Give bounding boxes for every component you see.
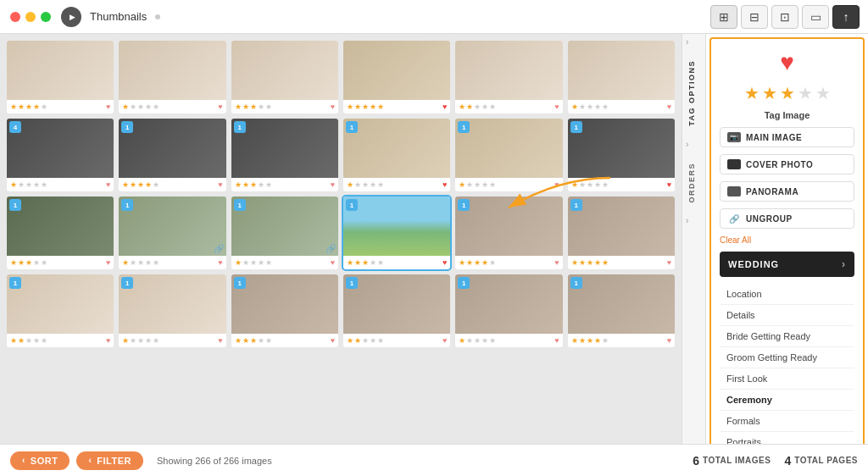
heart-icon[interactable]: ♥ xyxy=(442,102,447,111)
category-item[interactable]: Bride Getting Ready xyxy=(720,326,854,347)
heart-icon[interactable]: ♥ xyxy=(667,258,671,267)
share-button[interactable]: ↑ xyxy=(832,5,860,29)
photo-cell[interactable]: ★★★★★♥ xyxy=(455,41,562,113)
minimize-button[interactable] xyxy=(25,12,36,22)
heart-icon[interactable]: ♥ xyxy=(218,102,222,111)
heart-icon[interactable]: ♥ xyxy=(667,336,671,345)
film-icon xyxy=(727,159,741,169)
photo-cell[interactable]: ★★★★★♥ xyxy=(119,41,225,113)
heart-icon[interactable]: ♥ xyxy=(331,258,335,267)
clear-all-link[interactable]: Clear All xyxy=(720,235,854,245)
photo-cell[interactable]: 1★★★★★♥ xyxy=(455,196,562,269)
heart-icon[interactable]: ♥ xyxy=(442,258,447,267)
single-view-button[interactable]: ▭ xyxy=(802,5,829,29)
ungroup-button[interactable]: UNGROUP xyxy=(720,208,854,229)
photo-cell[interactable]: ★★★★★♥ xyxy=(7,41,114,113)
grid-view-button[interactable]: ⊞ xyxy=(710,5,737,29)
orders-tab[interactable]: ORDERS xyxy=(682,152,705,213)
photo-cell[interactable]: 1★★★★★♥ xyxy=(119,119,225,191)
star-icon: ★ xyxy=(354,258,361,267)
breadcrumb-dot xyxy=(155,14,160,19)
star-icon: ★ xyxy=(130,336,136,345)
photo-cell[interactable]: 1★★★★★♥ xyxy=(568,274,675,347)
photo-cell[interactable]: ★★★★★♥ xyxy=(343,41,450,113)
heart-icon[interactable]: ♥ xyxy=(218,180,222,189)
photo-cell[interactable]: 1★★★★★♥ xyxy=(455,119,562,191)
tag-star-icon[interactable]: ★ xyxy=(744,83,760,103)
wedding-button[interactable]: WEDDING › xyxy=(720,252,854,277)
heart-icon[interactable]: ♥ xyxy=(331,336,335,345)
filmstrip-view-button[interactable]: ⊟ xyxy=(741,5,768,29)
photo-stars: ★★★★★ xyxy=(347,102,384,111)
heart-icon[interactable]: ♥ xyxy=(442,180,447,189)
photo-cell[interactable]: 1★★★★★♥ xyxy=(343,196,450,269)
tag-star-icon[interactable]: ★ xyxy=(798,83,813,103)
category-item[interactable]: Ceremony xyxy=(720,390,854,411)
tag-star-icon[interactable]: ★ xyxy=(762,83,777,103)
heart-icon[interactable]: ♥ xyxy=(554,102,559,111)
heart-icon[interactable]: ♥ xyxy=(554,180,559,189)
heart-icon[interactable]: ♥ xyxy=(106,258,110,267)
photo-cell[interactable]: ★★★★★♥ xyxy=(231,41,338,113)
play-button[interactable] xyxy=(61,7,81,27)
photo-cell[interactable]: 1★★★★★♥ xyxy=(231,274,338,347)
cover-photo-button[interactable]: COVER PHOTO xyxy=(720,154,854,174)
heart-icon[interactable]: ♥ xyxy=(331,180,335,189)
photo-cell[interactable]: 1★★★★★♥ xyxy=(568,119,675,191)
photo-cell[interactable]: 1🔗★★★★★♥ xyxy=(231,196,338,269)
filter-button[interactable]: ‹ FILTER xyxy=(76,451,143,470)
heart-icon[interactable]: ♥ xyxy=(667,180,671,189)
category-item[interactable]: Location xyxy=(720,284,854,305)
photo-cell[interactable]: 1★★★★★♥ xyxy=(7,274,114,347)
heart-icon[interactable]: ♥ xyxy=(554,336,559,345)
photo-cell[interactable]: ★★★★★♥ xyxy=(568,41,675,113)
sidebar-expand-top[interactable]: › xyxy=(682,34,705,50)
heart-icon[interactable]: ♥ xyxy=(106,102,110,111)
star-icon: ★ xyxy=(258,180,264,189)
heart-icon[interactable]: ♥ xyxy=(106,180,110,189)
category-item[interactable]: First Look xyxy=(720,368,854,390)
split-view-button[interactable]: ⊡ xyxy=(771,5,798,29)
heart-icon[interactable]: ♥ xyxy=(442,336,447,345)
star-icon: ★ xyxy=(594,102,601,111)
photo-grid-container[interactable]: ★★★★★♥★★★★★♥★★★★★♥★★★★★♥★★★★★♥★★★★★♥4★★★… xyxy=(0,34,682,476)
photo-badge: 1 xyxy=(234,121,246,133)
star-icon: ★ xyxy=(571,258,578,267)
photo-cell[interactable]: 1★★★★★♥ xyxy=(119,274,225,347)
sidebar-expand-mid[interactable]: › xyxy=(682,136,705,152)
sort-button[interactable]: ‹ SORT xyxy=(10,451,70,470)
star-icon: ★ xyxy=(362,336,369,345)
maximize-button[interactable] xyxy=(41,12,51,22)
photo-stars: ★★★★★ xyxy=(10,258,47,267)
tag-options-tab[interactable]: TAG OPTIONS xyxy=(682,50,705,136)
photo-cell[interactable]: 1★★★★★♥ xyxy=(455,274,562,347)
heart-icon[interactable]: ♥ xyxy=(667,102,671,111)
tag-star-icon[interactable]: ★ xyxy=(815,83,831,103)
category-item[interactable]: Groom Getting Ready xyxy=(720,347,854,368)
tag-star-icon[interactable]: ★ xyxy=(780,83,795,103)
photo-stars: ★★★★★ xyxy=(347,180,384,189)
heart-icon[interactable]: ♥ xyxy=(218,336,222,345)
heart-icon[interactable]: ♥ xyxy=(331,102,335,111)
star-icon: ★ xyxy=(130,102,136,111)
photo-cell[interactable]: 1★★★★★♥ xyxy=(231,119,338,191)
heart-icon[interactable]: ♥ xyxy=(218,258,222,267)
photo-cell[interactable]: 1★★★★★♥ xyxy=(343,119,450,191)
photo-meta: ★★★★★♥ xyxy=(231,100,338,113)
main-image-button[interactable]: MAIN IMAGE xyxy=(720,127,854,147)
photo-cell[interactable]: 1★★★★★♥ xyxy=(343,274,450,347)
photo-meta: ★★★★★♥ xyxy=(343,256,450,269)
sidebar-expand-bot[interactable]: › xyxy=(682,213,705,229)
photo-cell[interactable]: 4★★★★★♥ xyxy=(7,119,114,191)
category-item[interactable]: Details xyxy=(720,305,854,326)
panorama-button[interactable]: PANORAMA xyxy=(720,181,854,202)
close-button[interactable] xyxy=(10,12,20,22)
heart-icon[interactable]: ♥ xyxy=(554,258,559,267)
star-icon: ★ xyxy=(41,102,47,111)
photo-cell[interactable]: 1🔗★★★★★♥ xyxy=(119,196,225,269)
category-item[interactable]: Formals xyxy=(720,411,854,432)
sidebar-tabs: › TAG OPTIONS › ORDERS › xyxy=(682,34,706,476)
photo-cell[interactable]: 1★★★★★♥ xyxy=(568,196,675,269)
heart-icon[interactable]: ♥ xyxy=(106,336,110,345)
photo-cell[interactable]: 1★★★★★♥ xyxy=(7,196,114,269)
